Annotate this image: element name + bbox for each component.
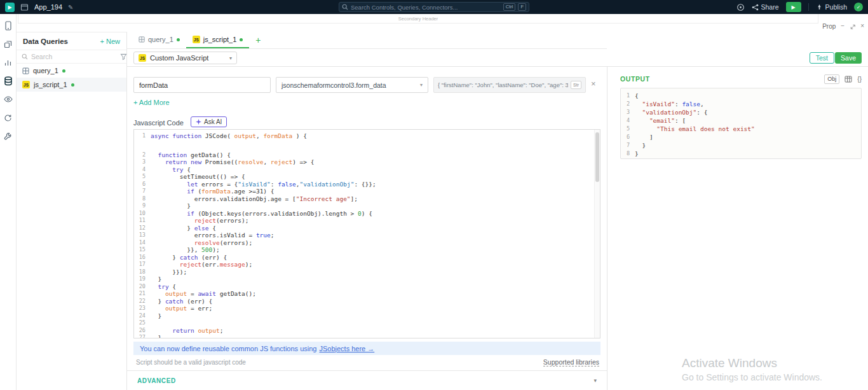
test-button[interactable]: Test — [810, 52, 834, 64]
ask-ai-button[interactable]: Ask AI — [191, 116, 227, 127]
code-section-label: Javascript Code — [133, 119, 184, 127]
advanced-section-toggle[interactable]: ADVANCED ▾ — [127, 370, 607, 390]
param-value-preview[interactable]: { "firstName": "John", "lastName": "Doe"… — [433, 77, 586, 93]
expand-icon[interactable] — [850, 24, 855, 29]
advanced-label: ADVANCED — [137, 377, 176, 384]
query-item-label: js_script_1 — [34, 81, 67, 88]
watermark-line1: Activate Windows — [682, 356, 822, 370]
param-binding-value: jsonschemaformcontrol3.form_data — [281, 81, 386, 89]
play-icon: ▶ — [791, 4, 795, 10]
unsaved-dot — [177, 38, 180, 41]
unsaved-dot — [240, 38, 243, 41]
param-value-text: { "firstName": "John", "lastName": "Doe"… — [438, 81, 568, 88]
preview-target-icon[interactable] — [736, 3, 745, 11]
tab-label: js_script_1 — [203, 36, 237, 43]
editor-scrollbar[interactable] — [594, 130, 600, 338]
rail-eye-icon[interactable] — [2, 94, 15, 104]
jsobjects-link[interactable]: JSobjects here → — [319, 345, 374, 352]
banner-text: You can now define reusable common JS fu… — [140, 345, 316, 352]
rail-database-icon[interactable] — [2, 76, 15, 86]
add-more-param-button[interactable]: + Add More — [133, 99, 170, 106]
query-list-item-query1[interactable]: query_1 — [17, 64, 126, 78]
queries-search-input[interactable] — [31, 53, 117, 60]
rail-tools-icon[interactable] — [2, 131, 15, 141]
remove-param-icon[interactable]: × — [591, 79, 596, 88]
window-frame-icon[interactable] — [20, 3, 29, 11]
chevron-down-icon: ▾ — [420, 82, 423, 88]
rename-app-icon[interactable]: ✎ — [68, 4, 73, 11]
properties-title: Prop — [822, 23, 836, 30]
type-badge: Str — [571, 81, 581, 89]
rail-charts-icon[interactable] — [2, 57, 15, 67]
tab-query1[interactable]: query_1 — [132, 32, 186, 48]
add-tab-button[interactable]: + — [249, 32, 267, 48]
query-tabs: query_1 JS js_script_1 + — [127, 32, 607, 49]
query-item-label: query_1 — [33, 67, 58, 74]
publish-status-icon[interactable]: ✓ — [854, 3, 863, 11]
search-icon — [22, 53, 28, 60]
save-button[interactable]: Save — [835, 52, 862, 64]
publish-label: Publish — [825, 3, 847, 11]
output-view-table-icon[interactable] — [844, 76, 852, 83]
js-icon: JS — [193, 36, 200, 43]
chevron-down-icon: ▾ — [229, 55, 232, 61]
supported-libraries-link[interactable]: Supported libraries — [543, 358, 599, 366]
query-toolbar: JS Custom JavaScript ▾ Test Save — [127, 49, 868, 67]
js-icon: JS — [22, 81, 30, 88]
global-search[interactable]: Ctrl F — [339, 2, 529, 12]
query-type-select[interactable]: JS Custom JavaScript ▾ — [133, 52, 237, 64]
publish-button[interactable]: Publish — [816, 3, 847, 11]
windows-watermark: Activate Windows Go to Settings to activ… — [682, 356, 822, 382]
global-search-input[interactable] — [351, 4, 501, 11]
validation-hint: Script should be a valid javascript code — [136, 359, 246, 366]
kbd-ctrl: Ctrl — [503, 3, 516, 11]
share-label: Share — [761, 3, 779, 11]
query-list-item-jsscript1[interactable]: JS js_script_1 — [17, 78, 126, 92]
logo-play-icon: ▶ — [8, 4, 11, 10]
rail-device-icon[interactable] — [2, 20, 15, 31]
share-button[interactable]: Share — [752, 3, 779, 11]
unsaved-dot — [71, 83, 74, 87]
watermark-line2: Go to Settings to activate Windows. — [682, 372, 822, 382]
output-result-view: 1{2 "isVaild": false,3 "validationObj": … — [620, 88, 862, 159]
left-icon-rail — [0, 14, 17, 390]
queries-panel-title: Data Queries — [23, 38, 68, 45]
rail-history-icon[interactable] — [2, 113, 15, 123]
query-grid-icon — [139, 36, 145, 43]
js-editor-section: jsonschemaformcontrol3.form_data ▾ { "fi… — [127, 67, 607, 390]
top-bar: ▶ App_194 ✎ Ctrl F Share ▶ Publish ✓ — [0, 0, 868, 14]
app-name: App_194 — [34, 3, 62, 11]
tab-jsscript1[interactable]: JS js_script_1 — [186, 32, 250, 48]
jsobjects-banner: You can now define reusable common JS fu… — [133, 342, 600, 355]
preview-play-button[interactable]: ▶ — [786, 2, 801, 12]
search-icon — [342, 4, 348, 10]
data-queries-panel: Data Queries + New query_1 JS js_script_… — [17, 32, 127, 390]
param-binding-select[interactable]: jsonschemaformcontrol3.form_data ▾ — [276, 77, 428, 93]
rail-screens-icon[interactable] — [2, 39, 15, 49]
query-type-value: Custom JavaScript — [150, 54, 208, 62]
tab-label: query_1 — [148, 36, 173, 43]
scrollbar-thumb[interactable] — [595, 132, 599, 182]
close-icon[interactable]: × — [860, 23, 864, 29]
filter-funnel-icon[interactable] — [120, 53, 127, 60]
code-editor[interactable]: 1async function JSCode( output, formData… — [133, 129, 600, 338]
canvas-secondary-header: Secondary Header — [18, 14, 818, 24]
check-icon: ✓ — [857, 4, 861, 10]
output-view-raw-icon[interactable]: {} — [857, 76, 862, 83]
param-name-input[interactable] — [133, 77, 271, 93]
output-view-obj-button[interactable]: Obj — [824, 74, 839, 84]
output-title: OUTPUT — [620, 75, 650, 83]
secondary-header-label: Secondary Header — [398, 16, 438, 22]
queries-search[interactable] — [17, 50, 126, 64]
properties-panel-header: Prop − × — [821, 21, 865, 31]
query-grid-icon — [22, 67, 29, 74]
minimize-icon[interactable]: − — [841, 23, 844, 29]
unsaved-dot — [62, 69, 65, 73]
ask-ai-label: Ask AI — [204, 118, 222, 125]
js-icon: JS — [139, 54, 146, 62]
app-logo: ▶ — [5, 3, 15, 12]
topbar-divider — [808, 3, 809, 11]
kbd-f: F — [518, 3, 526, 11]
chevron-down-icon: ▾ — [593, 377, 597, 384]
new-query-button[interactable]: + New — [100, 38, 121, 45]
